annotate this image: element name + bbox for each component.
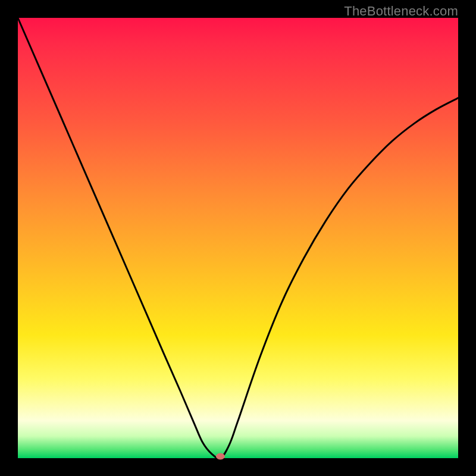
chart-svg — [18, 18, 458, 458]
watermark-text: TheBottleneck.com — [344, 4, 458, 19]
bottleneck-curve — [18, 18, 458, 459]
chart-frame: TheBottleneck.com — [0, 0, 476, 476]
plot-area — [18, 18, 458, 458]
minimum-marker — [216, 453, 224, 459]
